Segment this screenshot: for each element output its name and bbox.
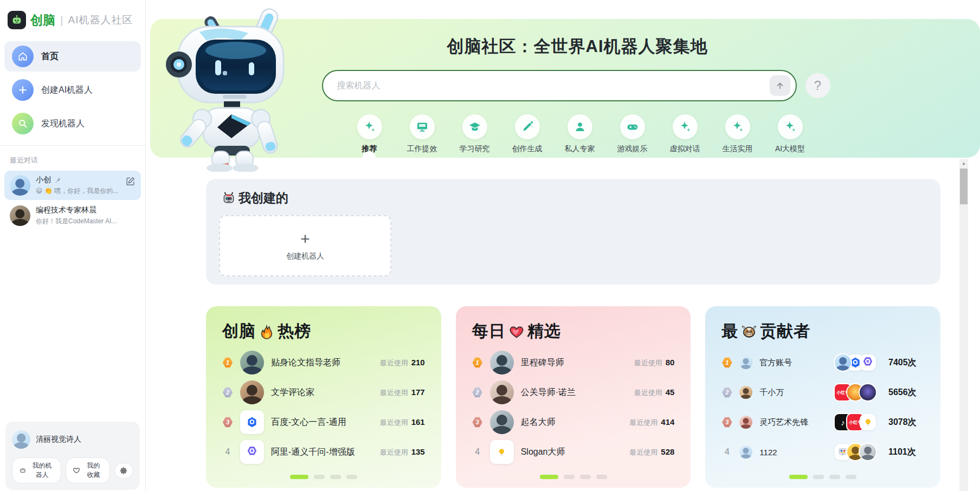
heart-icon bbox=[508, 324, 525, 340]
person-icon bbox=[568, 114, 592, 139]
carousel-dot[interactable] bbox=[290, 475, 308, 479]
carousel-dots bbox=[789, 475, 856, 479]
help-button[interactable]: ? bbox=[805, 73, 830, 98]
scrollbar-thumb[interactable] bbox=[960, 169, 968, 204]
sidebar-item-home[interactable]: 首页 bbox=[4, 41, 141, 72]
man-suit-avatar bbox=[240, 351, 264, 374]
create-bot-button[interactable]: + 创建机器人 bbox=[219, 215, 391, 276]
sparkles-icon bbox=[673, 114, 698, 139]
contributor-row[interactable]: 3灵巧艺术先锋♪小红书3078次 bbox=[721, 410, 924, 434]
rank-badge: 2 bbox=[472, 387, 483, 398]
young-man-avatar bbox=[240, 380, 264, 404]
scrollbar[interactable]: ▲ bbox=[959, 159, 968, 491]
brand-suffix: AI机器人社区 bbox=[68, 13, 133, 27]
carousel-dots bbox=[540, 475, 607, 479]
page-title: 创脑社区：全世界AI机器人聚集地 bbox=[447, 35, 708, 58]
arrow-up-icon bbox=[775, 81, 785, 91]
contributor-row[interactable]: 2千小万小红书5656次 bbox=[721, 380, 924, 404]
carousel-dot[interactable] bbox=[596, 475, 607, 479]
carousel-dot[interactable] bbox=[789, 475, 808, 479]
boy-brown-avatar bbox=[739, 386, 752, 399]
bot-row[interactable]: 4阿里-通义千问-增强版最近使用135 bbox=[222, 440, 425, 464]
search-input[interactable] bbox=[337, 81, 770, 91]
carousel-dot[interactable] bbox=[314, 475, 325, 479]
scroll-up-arrow[interactable]: ▲ bbox=[959, 159, 968, 167]
contributor-row[interactable]: 411221101次 bbox=[721, 440, 924, 464]
contributor-name: 1122 bbox=[759, 448, 828, 457]
brand-robot-logo-icon bbox=[8, 11, 26, 29]
rank-number: 4 bbox=[472, 447, 483, 457]
category-tab-工作提效[interactable]: 工作提效 bbox=[396, 114, 448, 154]
carousel-dot[interactable] bbox=[813, 475, 824, 479]
home-icon bbox=[12, 46, 34, 67]
category-tabs: 推荐工作提效学习研究创作生成私人专家游戏娱乐虚拟对话生活实用AI大模型 bbox=[343, 114, 816, 154]
carousel-dot[interactable] bbox=[330, 475, 341, 479]
recent-chats-title: 最近对话 bbox=[0, 146, 145, 170]
chat-item[interactable]: 编程技术专家林晨你好！我是CodeMaster AI... bbox=[4, 201, 141, 230]
my-favorites-label: 我的收藏 bbox=[83, 461, 103, 480]
robot-emoji-icon bbox=[222, 191, 236, 205]
my-favorites-button[interactable]: 我的收藏 bbox=[66, 457, 110, 483]
my-created-section: 我创建的 + 创建机器人 bbox=[206, 179, 940, 285]
category-tab-学习研究[interactable]: 学习研究 bbox=[448, 114, 501, 154]
category-tab-私人专家[interactable]: 私人专家 bbox=[553, 114, 606, 154]
chat-item[interactable]: 小创😄 👏 嘿，你好，我是你的... bbox=[4, 171, 141, 200]
edit-icon[interactable] bbox=[125, 176, 136, 186]
settings-button[interactable] bbox=[114, 463, 133, 479]
category-label: 生活实用 bbox=[723, 144, 753, 154]
carousel-dot[interactable] bbox=[540, 475, 558, 479]
gear-icon bbox=[120, 467, 128, 475]
sparkles-icon bbox=[725, 114, 750, 139]
bot-row[interactable]: 3起名大师最近使用414 bbox=[472, 410, 675, 434]
bot-row[interactable]: 4Slogan大师最近使用528 bbox=[472, 440, 675, 464]
heart-outline-icon bbox=[73, 467, 80, 474]
contributor-name: 官方账号 bbox=[759, 358, 828, 368]
user-avatar bbox=[12, 430, 30, 449]
category-tab-生活实用[interactable]: 生活实用 bbox=[711, 114, 764, 154]
robot-icon bbox=[19, 467, 27, 474]
mushroom-avatar bbox=[739, 416, 752, 429]
carousel-dot[interactable] bbox=[564, 475, 575, 479]
bot-row[interactable]: 2文学评论家最近使用177 bbox=[222, 380, 425, 404]
sidebar-item-create[interactable]: 创建AI机器人 bbox=[4, 75, 141, 105]
category-tab-创作生成[interactable]: 创作生成 bbox=[501, 114, 553, 154]
rank-badge: 3 bbox=[472, 417, 483, 428]
bot-row[interactable]: 1里程碑导师最近使用80 bbox=[472, 351, 675, 374]
bot-row[interactable]: 1贴身论文指导老师最近使用210 bbox=[222, 351, 425, 374]
bot-row[interactable]: 3百度-文心一言-通用最近使用161 bbox=[222, 410, 425, 434]
usage-stat: 最近使用177 bbox=[380, 387, 425, 398]
usage-stat: 最近使用414 bbox=[629, 417, 674, 428]
brand: 创脑 | AI机器人社区 bbox=[0, 0, 145, 38]
contributor-row[interactable]: 1官方账号7405次 bbox=[721, 351, 924, 374]
carousel-dot[interactable] bbox=[580, 475, 591, 479]
category-tab-游戏娱乐[interactable]: 游戏娱乐 bbox=[606, 114, 659, 154]
search-submit-button[interactable] bbox=[770, 75, 790, 96]
sidebar-nav: 首页创建AI机器人发现机器人 bbox=[0, 41, 145, 139]
bot-name: 贴身论文指导老师 bbox=[271, 357, 373, 369]
usage-stat: 最近使用80 bbox=[634, 358, 675, 368]
recent-chats-list: 小创😄 👏 嘿，你好，我是你的...编程技术专家林晨你好！我是CodeMaste… bbox=[0, 171, 145, 230]
sidebar-item-discover[interactable]: 发现机器人 bbox=[4, 108, 141, 139]
sidebar-item-label: 创建AI机器人 bbox=[41, 85, 93, 96]
bot-row[interactable]: 2公关导师·诺兰最近使用45 bbox=[472, 380, 675, 404]
carousel-dot[interactable] bbox=[346, 475, 357, 479]
sparkles-icon bbox=[778, 114, 803, 139]
category-label: 学习研究 bbox=[460, 144, 490, 154]
woman-avatar bbox=[490, 380, 514, 404]
contributor-name: 千小万 bbox=[759, 387, 828, 398]
sidebar-item-label: 首页 bbox=[41, 51, 59, 62]
category-tab-推荐[interactable]: 推荐 bbox=[343, 114, 396, 154]
ranking-cards: 创脑热榜1贴身论文指导老师最近使用2102文学评论家最近使用1773百度-文心一… bbox=[206, 306, 940, 488]
carousel-dot[interactable] bbox=[846, 475, 856, 479]
woman-gray-avatar bbox=[860, 444, 876, 460]
my-bots-button[interactable]: 我的机器人 bbox=[12, 457, 61, 483]
chat-preview: 😄 👏 嘿，你好，我是你的... bbox=[36, 186, 120, 196]
rank-badge: 3 bbox=[222, 417, 233, 428]
rank-badge: 2 bbox=[222, 387, 233, 398]
usage-stat: 最近使用135 bbox=[380, 447, 425, 457]
category-tab-AI大模型[interactable]: AI大模型 bbox=[764, 114, 816, 154]
bulb-avatar bbox=[490, 440, 514, 464]
plus-icon bbox=[12, 79, 34, 101]
carousel-dot[interactable] bbox=[829, 475, 840, 479]
category-tab-虚拟对话[interactable]: 虚拟对话 bbox=[659, 114, 711, 154]
